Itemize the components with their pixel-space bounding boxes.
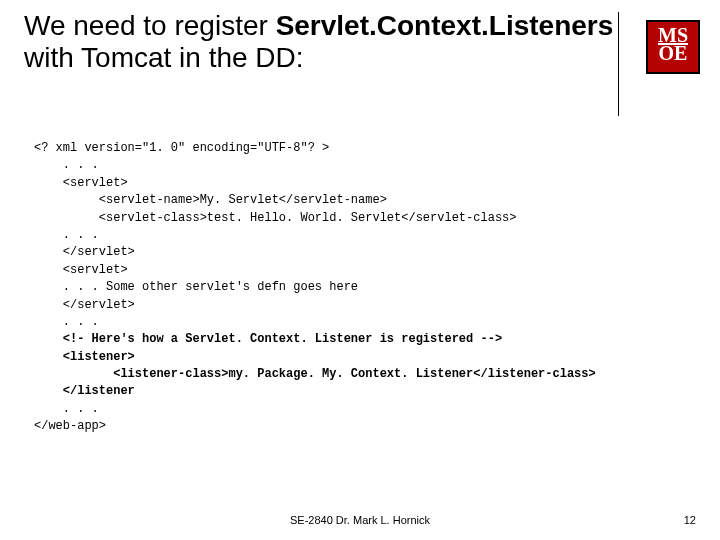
code-line: . . . [34,158,99,172]
code-line: <listener-class>my. Package. My. Context… [34,367,596,381]
code-line: <listener> [34,350,135,364]
title-part1: We need to register [24,10,276,41]
slide: We need to register Servlet.Context.List… [0,0,720,540]
code-line: <servlet> [34,263,128,277]
title-text: We need to register Servlet.Context.List… [24,10,613,73]
code-line: . . . [34,402,99,416]
code-line: <? xml version="1. 0" encoding="UTF-8"? … [34,141,329,155]
page-number: 12 [684,514,696,526]
code-line: <!- Here's how a Servlet. Context. Liste… [34,332,502,346]
code-line: . . . Some other servlet's defn goes her… [34,280,358,294]
code-line: </servlet> [34,298,135,312]
code-line: <servlet> [34,176,128,190]
code-block: <? xml version="1. 0" encoding="UTF-8"? … [34,140,700,436]
code-line: </listener [34,384,135,398]
code-line: . . . [34,315,99,329]
code-line: </web-app> [34,419,106,433]
logo-line1: MS [648,22,698,44]
code-line: </servlet> [34,245,135,259]
code-line: <servlet-class>test. Hello. World. Servl… [34,211,516,225]
logo-line2: OE [648,44,698,62]
code-line: <servlet-name>My. Servlet</servlet-name> [34,193,387,207]
title-divider [618,12,619,116]
msoe-logo: MS OE [646,20,700,74]
footer-center: SE-2840 Dr. Mark L. Hornick [0,514,720,526]
slide-title: We need to register Servlet.Context.List… [24,10,614,74]
code-line: . . . [34,228,99,242]
title-part2: with Tomcat in the DD: [24,42,304,73]
title-bold: Servlet.Context.Listeners [276,10,614,41]
